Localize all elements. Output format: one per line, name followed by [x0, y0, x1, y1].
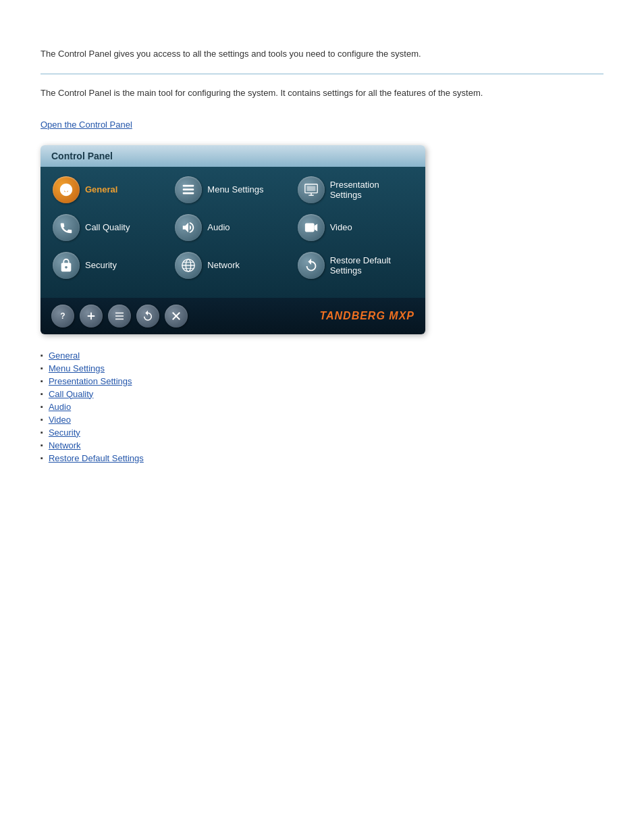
cp-item-network[interactable]: Network [173, 249, 292, 282]
control-panel: Control Panel General [41, 145, 425, 334]
footer-icons: ? [51, 305, 188, 328]
audio-label: Audio [207, 222, 230, 232]
brand-text: TANDBERG [319, 310, 385, 321]
call-quality-icon [53, 214, 80, 241]
video-label: Video [330, 222, 352, 232]
restore-default-settings-icon [298, 252, 325, 279]
tandberg-brand: TANDBERG MXP [319, 310, 414, 322]
link-general[interactable]: General [49, 350, 80, 361]
link-security[interactable]: Security [49, 427, 80, 438]
top-paragraph: The Control Panel gives you access to al… [41, 47, 603, 61]
presentation-settings-label: Presentation Settings [330, 180, 413, 200]
link-audio[interactable]: Audio [49, 402, 71, 412]
list-item-audio: Audio [41, 402, 603, 412]
general-icon [53, 176, 80, 203]
cp-item-restore-default-settings[interactable]: Restore Default Settings [296, 249, 414, 282]
cp-item-video[interactable]: Video [296, 211, 414, 244]
restore-default-settings-label: Restore Default Settings [330, 255, 413, 276]
close-button[interactable] [165, 305, 188, 328]
list-item-call-quality: Call Quality [41, 389, 603, 399]
svg-rect-19 [115, 318, 124, 319]
list-item-general: General [41, 350, 603, 361]
svg-rect-1 [183, 184, 194, 186]
help-button[interactable]: ? [51, 305, 74, 328]
svg-rect-2 [183, 188, 194, 190]
divider [41, 74, 603, 74]
control-panel-footer: ? [41, 298, 425, 334]
video-icon [298, 214, 325, 241]
top-text-block: The Control Panel gives you access to al… [41, 47, 603, 61]
svg-rect-8 [304, 223, 314, 232]
link-network[interactable]: Network [49, 440, 81, 450]
cp-item-security[interactable]: Security [51, 249, 169, 282]
security-label: Security [85, 260, 117, 270]
svg-rect-7 [306, 186, 315, 190]
open-control-panel-link[interactable]: Open the Control Panel [41, 120, 132, 130]
network-label: Network [207, 260, 240, 270]
svg-rect-3 [183, 192, 194, 194]
menu-settings-icon [175, 176, 202, 203]
refresh-button[interactable] [136, 305, 159, 328]
general-label: General [85, 184, 117, 194]
call-quality-label: Call Quality [85, 222, 130, 232]
link-call-quality[interactable]: Call Quality [49, 389, 93, 399]
cp-item-general[interactable]: General [51, 174, 169, 206]
cp-item-audio[interactable]: Audio [173, 211, 292, 244]
list-item-menu-settings: Menu Settings [41, 363, 603, 373]
network-icon [175, 252, 202, 279]
list-item-video: Video [41, 415, 603, 425]
list-item-restore-default-settings: Restore Default Settings [41, 453, 603, 463]
list-item-network: Network [41, 440, 603, 450]
audio-icon [175, 214, 202, 241]
svg-rect-17 [115, 312, 124, 313]
control-panel-header: Control Panel [41, 145, 425, 167]
cp-item-menu-settings[interactable]: Menu Settings [173, 174, 292, 206]
svg-text:?: ? [60, 311, 65, 320]
svg-rect-18 [115, 315, 124, 317]
brand-suffix: MXP [389, 310, 414, 321]
control-panel-wrapper: Control Panel General [41, 145, 603, 334]
add-button[interactable] [80, 305, 103, 328]
security-icon [53, 252, 80, 279]
control-panel-body: General Menu Settings [41, 167, 425, 298]
list-item-presentation-settings: Presentation Settings [41, 376, 603, 386]
link-menu-settings[interactable]: Menu Settings [49, 363, 105, 373]
intro-paragraph: The Control Panel is the main tool for c… [41, 86, 603, 101]
cp-item-call-quality[interactable]: Call Quality [51, 211, 169, 244]
presentation-settings-icon [298, 176, 325, 203]
link-presentation-settings[interactable]: Presentation Settings [49, 376, 132, 386]
nav-bullet-list: General Menu Settings Presentation Setti… [41, 350, 603, 463]
cp-item-presentation-settings[interactable]: Presentation Settings [296, 174, 414, 206]
link-restore-default-settings[interactable]: Restore Default Settings [49, 453, 144, 463]
list-button[interactable] [108, 305, 131, 328]
control-panel-grid: General Menu Settings [51, 174, 414, 282]
list-item-security: Security [41, 427, 603, 438]
link-video[interactable]: Video [49, 415, 71, 425]
menu-settings-label: Menu Settings [207, 184, 263, 194]
